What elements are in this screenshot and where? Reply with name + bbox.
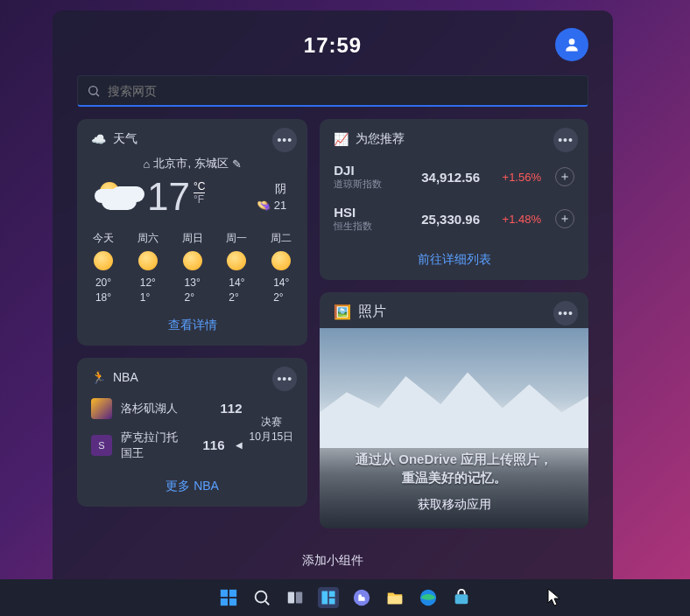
stocks-details-link[interactable]: 前往详细列表 <box>334 252 574 268</box>
forecast-day[interactable]: 周日 13°2° <box>182 231 203 305</box>
weather-condition-icon <box>98 184 138 210</box>
weather-temp: 17 <box>147 175 190 219</box>
sun-icon <box>183 251 202 270</box>
nba-title: NBA <box>113 370 138 384</box>
stocks-card-header: 📈 为您推荐 <box>334 131 574 147</box>
mountain-graphic <box>320 368 588 449</box>
svg-rect-11 <box>322 592 328 605</box>
photos-card[interactable]: 🖼️ 照片 ••• 通过从 OneDrive 应用上传照片， 重温美好的记忆。 … <box>320 292 588 528</box>
svg-rect-5 <box>221 598 228 606</box>
sun-icon <box>138 251 158 270</box>
nba-team-row: S 萨克拉门托国王 116 ◀ <box>91 424 243 466</box>
search-icon <box>87 84 101 98</box>
store-button[interactable] <box>451 587 472 608</box>
photos-more-button[interactable]: ••• <box>553 301 578 326</box>
panel-header: 17:59 <box>77 28 588 63</box>
svg-rect-6 <box>229 598 236 606</box>
stocks-more-button[interactable]: ••• <box>553 128 578 152</box>
svg-point-7 <box>256 592 267 603</box>
photos-title: 照片 <box>358 303 386 321</box>
stocks-card[interactable]: 📈 为您推荐 ••• DJI道琼斯指数 34,912.56 +1.56% ＋ H… <box>320 119 588 280</box>
explorer-button[interactable] <box>384 587 405 608</box>
nba-card[interactable]: 🏃 NBA ••• 洛杉矶湖人 112 S 萨克拉门托国王 <box>77 358 307 507</box>
sun-icon <box>271 251 291 270</box>
widgets-panel: 17:59 ☁️ 天气 ••• ⌂ 北京市, 东城区 ✎ <box>53 10 613 590</box>
svg-rect-12 <box>329 592 335 598</box>
svg-point-1 <box>89 86 97 94</box>
nba-team-row: 洛杉矶湖人 112 <box>91 393 243 424</box>
svg-rect-17 <box>455 594 468 604</box>
weather-location[interactable]: ⌂ 北京市, 东城区 ✎ <box>91 156 293 172</box>
photos-cta-link[interactable]: 获取移动应用 <box>418 497 491 513</box>
forecast-day[interactable]: 周六 12°1° <box>137 231 158 305</box>
watchlist-icon: 📈 <box>334 132 349 146</box>
forecast-day[interactable]: 周二 14°2° <box>271 231 292 305</box>
right-column: 📈 为您推荐 ••• DJI道琼斯指数 34,912.56 +1.56% ＋ H… <box>320 119 588 537</box>
task-view-button[interactable] <box>285 587 306 608</box>
add-stock-button[interactable]: ＋ <box>555 209 574 228</box>
sports-icon: 🏃 <box>91 370 106 384</box>
weather-more-button[interactable]: ••• <box>272 128 297 152</box>
stock-row[interactable]: HSI恒生指数 25,330.96 +1.48% ＋ <box>334 198 574 240</box>
edge-button[interactable] <box>418 587 439 608</box>
start-button[interactable] <box>218 587 239 608</box>
person-icon <box>563 36 581 53</box>
search-input[interactable] <box>108 84 579 98</box>
mouse-cursor-icon <box>547 588 561 607</box>
svg-point-0 <box>569 38 575 45</box>
widgets-taskbar-button[interactable] <box>318 587 339 608</box>
weather-forecast: 今天 20°18° 周六 12°1° 周日 13°2° <box>91 231 293 305</box>
weather-details-link[interactable]: 查看详情 <box>91 318 293 333</box>
weather-card-header: ☁️ 天气 <box>91 131 293 147</box>
forecast-day[interactable]: 今天 20°18° <box>93 231 114 305</box>
svg-line-8 <box>265 601 269 605</box>
edit-icon[interactable]: ✎ <box>232 158 242 171</box>
sun-icon <box>227 251 246 270</box>
weather-icon: ☁️ <box>91 132 106 146</box>
user-avatar-button[interactable] <box>555 28 588 61</box>
clock: 17:59 <box>304 33 362 58</box>
photos-hero-image: 通过从 OneDrive 应用上传照片， 重温美好的记忆。 获取移动应用 <box>320 328 588 528</box>
home-icon: ⌂ <box>144 158 151 171</box>
widgets-grid: ☁️ 天气 ••• ⌂ 北京市, 东城区 ✎ 17 °C <box>77 119 588 537</box>
unit-celsius[interactable]: °C <box>194 180 205 193</box>
svg-line-2 <box>96 94 99 96</box>
weather-main: 17 °C °F 阴 👒 21 <box>91 175 293 219</box>
nba-stage: 决赛 <box>250 415 294 430</box>
taskbar <box>0 579 690 616</box>
weather-condition: 阴 <box>257 180 286 198</box>
left-column: ☁️ 天气 ••• ⌂ 北京市, 东城区 ✎ 17 °C <box>77 119 307 537</box>
winner-caret-icon: ◀ <box>236 440 243 450</box>
svg-rect-13 <box>329 598 335 605</box>
svg-rect-4 <box>229 590 236 597</box>
photos-card-header: 🖼️ 照片 ••• <box>320 292 588 328</box>
svg-rect-15 <box>388 596 403 604</box>
weather-title: 天气 <box>113 131 137 147</box>
lakers-logo-icon <box>91 398 112 419</box>
add-widget-button[interactable]: 添加小组件 <box>77 550 588 572</box>
svg-rect-10 <box>296 592 302 604</box>
taskbar-search-button[interactable] <box>251 587 272 608</box>
search-bar[interactable] <box>77 75 588 107</box>
svg-rect-3 <box>221 590 228 597</box>
kings-logo-icon: S <box>91 435 112 456</box>
unit-fahrenheit[interactable]: °F <box>194 193 205 206</box>
stock-row[interactable]: DJI道琼斯指数 34,912.56 +1.56% ＋ <box>334 156 574 198</box>
forecast-day[interactable]: 周一 14°2° <box>226 231 247 305</box>
add-stock-button[interactable]: ＋ <box>555 167 574 186</box>
stocks-title: 为您推荐 <box>356 131 405 147</box>
svg-rect-9 <box>288 592 294 604</box>
sun-icon <box>94 251 113 270</box>
nba-card-header: 🏃 NBA <box>91 370 293 384</box>
nba-more-link[interactable]: 更多 NBA <box>91 479 293 494</box>
nba-date: 10月15日 <box>250 430 294 444</box>
weather-card[interactable]: ☁️ 天气 ••• ⌂ 北京市, 东城区 ✎ 17 °C <box>77 119 307 346</box>
photos-icon: 🖼️ <box>334 304 351 320</box>
chat-button[interactable] <box>351 587 372 608</box>
nba-more-button[interactable]: ••• <box>272 367 297 391</box>
weather-aqi: 👒 21 <box>257 197 286 214</box>
